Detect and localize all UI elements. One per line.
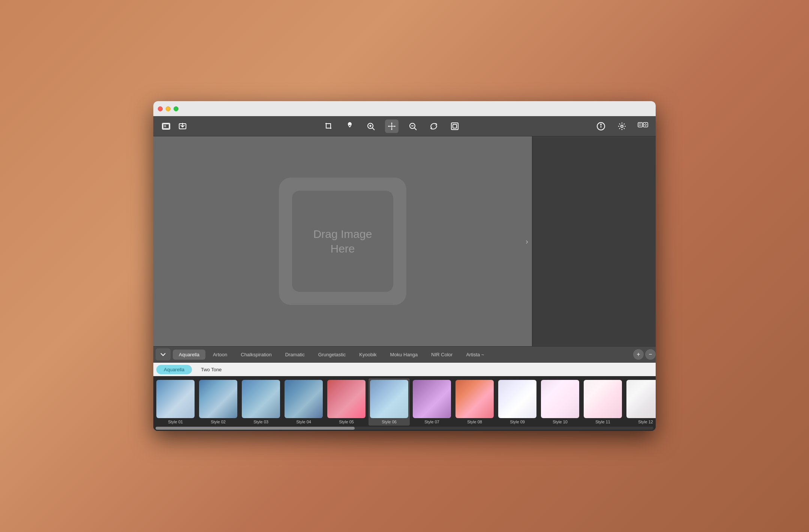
style-thumbnail bbox=[242, 380, 280, 418]
style-thumbnail bbox=[156, 380, 195, 418]
sub-tab-aquarella[interactable]: Aquarella bbox=[156, 365, 192, 374]
svg-point-22 bbox=[639, 123, 640, 124]
scrollbar-thumb[interactable] bbox=[156, 427, 355, 430]
svg-point-5 bbox=[349, 123, 351, 125]
titlebar bbox=[153, 101, 656, 116]
traffic-lights bbox=[158, 106, 178, 111]
style-item[interactable]: Style 09 bbox=[497, 378, 538, 426]
style-thumbnail bbox=[498, 380, 536, 418]
svg-text:⊞: ⊞ bbox=[164, 124, 166, 128]
sub-tab-two-tone[interactable]: Two Tone bbox=[193, 365, 229, 374]
svg-point-23 bbox=[640, 123, 641, 124]
export-button[interactable] bbox=[448, 120, 461, 133]
svg-rect-26 bbox=[643, 123, 648, 127]
canvas-area: Drag ImageHere › bbox=[153, 136, 532, 346]
style-label: Style 06 bbox=[382, 420, 397, 424]
svg-point-29 bbox=[645, 123, 646, 124]
style-label: Style 02 bbox=[211, 420, 226, 424]
svg-point-25 bbox=[640, 125, 641, 126]
style-thumbnail bbox=[541, 380, 579, 418]
style-label: Style 08 bbox=[467, 420, 482, 424]
toolbar: ⊞ bbox=[153, 116, 656, 136]
maximize-button[interactable] bbox=[174, 106, 178, 111]
style-item[interactable]: Style 01 bbox=[155, 378, 196, 426]
style-item[interactable]: Style 03 bbox=[240, 378, 282, 426]
svg-point-19 bbox=[601, 124, 601, 125]
canvas-content[interactable]: Drag ImageHere › bbox=[153, 136, 532, 346]
toolbar-center bbox=[189, 120, 594, 133]
style-item[interactable]: Style 05 bbox=[326, 378, 367, 426]
photo-library-button[interactable]: ⊞ bbox=[159, 120, 173, 133]
style-thumbnail bbox=[370, 380, 408, 418]
move-button[interactable] bbox=[385, 120, 399, 133]
filter-tab-grungetastic[interactable]: Grungetastic bbox=[312, 350, 352, 360]
style-item[interactable]: Style 11 bbox=[582, 378, 623, 426]
drop-zone-inner: Drag ImageHere bbox=[292, 191, 393, 292]
close-button[interactable] bbox=[158, 106, 163, 111]
zoom-out-button[interactable] bbox=[406, 120, 419, 133]
svg-line-13 bbox=[414, 128, 416, 130]
style-label: Style 10 bbox=[553, 420, 568, 424]
style-thumbnail bbox=[626, 380, 656, 418]
collapse-filters-button[interactable] bbox=[156, 348, 171, 360]
style-label: Style 01 bbox=[168, 420, 183, 424]
filter-tab-dramatic[interactable]: Dramatic bbox=[279, 350, 311, 360]
svg-rect-16 bbox=[453, 124, 457, 128]
style-label: Style 03 bbox=[253, 420, 268, 424]
svg-point-28 bbox=[646, 124, 647, 125]
style-grid: Style 01Style 02Style 03Style 04Style 05… bbox=[153, 376, 656, 426]
main-area: Drag ImageHere › bbox=[153, 136, 656, 346]
remove-filter-button[interactable]: − bbox=[645, 349, 656, 360]
filter-tab-kyoobik[interactable]: Kyoobik bbox=[353, 350, 382, 360]
filter-tabs: AquarellaArtoonChalkspirationDramaticGru… bbox=[172, 350, 632, 360]
style-thumbnail bbox=[413, 380, 451, 418]
style-item[interactable]: Style 02 bbox=[198, 378, 239, 426]
filter-tab-moku-hanga[interactable]: Moku Hanga bbox=[384, 350, 424, 360]
filter-tab-aquarella[interactable]: Aquarella bbox=[173, 350, 205, 360]
anchor-button[interactable] bbox=[343, 120, 357, 133]
style-thumbnail bbox=[455, 380, 494, 418]
right-panel bbox=[532, 136, 656, 346]
style-item[interactable]: Style 10 bbox=[539, 378, 581, 426]
style-thumbnail bbox=[199, 380, 237, 418]
svg-point-30 bbox=[645, 125, 646, 126]
rotate-button[interactable] bbox=[427, 120, 440, 133]
style-grid-area: Style 01Style 02Style 03Style 04Style 05… bbox=[153, 376, 656, 431]
style-label: Style 07 bbox=[424, 420, 439, 424]
style-item[interactable]: Style 06 bbox=[369, 378, 410, 426]
zoom-in-button[interactable] bbox=[364, 120, 378, 133]
style-item[interactable]: Style 04 bbox=[283, 378, 324, 426]
toolbar-left: ⊞ bbox=[159, 120, 189, 133]
svg-point-24 bbox=[639, 125, 640, 126]
style-label: Style 04 bbox=[296, 420, 311, 424]
style-item[interactable]: Style 12 bbox=[625, 378, 656, 426]
filter-tab-artista-~[interactable]: Artista ~ bbox=[460, 350, 490, 360]
svg-point-20 bbox=[621, 125, 623, 127]
import-button[interactable] bbox=[176, 120, 189, 133]
drop-zone[interactable]: Drag ImageHere bbox=[279, 178, 406, 305]
svg-point-27 bbox=[644, 124, 645, 125]
style-label: Style 05 bbox=[339, 420, 354, 424]
toolbar-right bbox=[594, 120, 650, 133]
expand-panel-button[interactable]: › bbox=[526, 237, 528, 246]
style-item[interactable]: Style 07 bbox=[411, 378, 452, 426]
svg-rect-15 bbox=[451, 123, 458, 130]
info-button[interactable] bbox=[594, 120, 608, 133]
style-label: Style 12 bbox=[638, 420, 653, 424]
minimize-button[interactable] bbox=[166, 106, 171, 111]
filter-tab-nir-color[interactable]: NIR Color bbox=[425, 350, 458, 360]
style-thumbnail bbox=[327, 380, 366, 418]
svg-line-7 bbox=[372, 128, 375, 130]
effects-button[interactable] bbox=[636, 120, 650, 133]
settings-button[interactable] bbox=[615, 120, 629, 133]
style-item[interactable]: Style 08 bbox=[454, 378, 495, 426]
style-label: Style 09 bbox=[510, 420, 525, 424]
crop-button[interactable] bbox=[322, 120, 336, 133]
app-window: ⊞ bbox=[153, 101, 656, 431]
scrollbar-row bbox=[153, 426, 656, 431]
svg-rect-21 bbox=[638, 123, 643, 127]
filter-tab-chalkspiration[interactable]: Chalkspiration bbox=[235, 350, 277, 360]
scrollbar-track[interactable] bbox=[156, 427, 653, 430]
add-filter-button[interactable]: + bbox=[633, 349, 644, 360]
filter-tab-artoon[interactable]: Artoon bbox=[207, 350, 233, 360]
